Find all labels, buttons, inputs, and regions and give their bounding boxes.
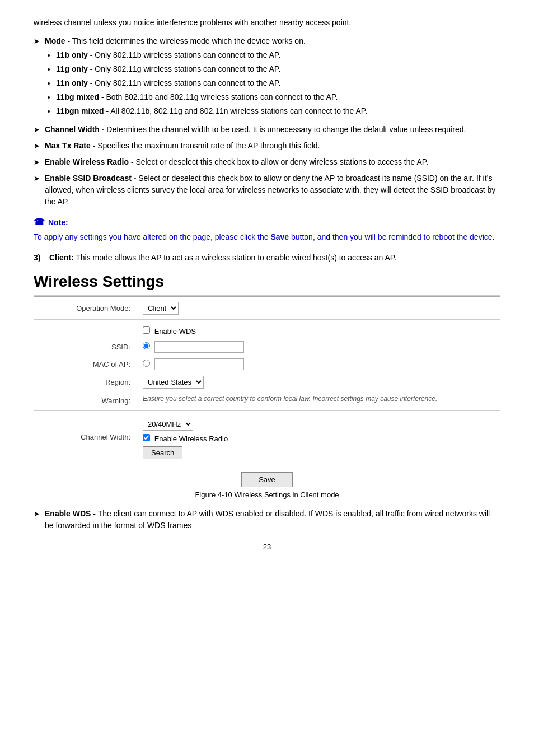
mac-of-ap-label: MAC of AP: [35, 356, 136, 372]
mode-desc: This field determines the wireless mode … [72, 36, 306, 45]
mode-11bg: 11bg mixed - Both 802.11b and 802.11g wi… [56, 91, 500, 103]
warning-label: Warning: [35, 392, 136, 409]
enable-wds-label[interactable]: Enable WDS [143, 327, 196, 335]
arrow-icon-6: ➤ [34, 508, 45, 520]
arrow-icon: ➤ [34, 35, 45, 47]
mode-11b: 11b only - Only 802.11b wireless station… [56, 49, 500, 61]
operation-mode-value: Client [137, 298, 499, 318]
channel-width-form-value: 20/40MHz Enable Wireless Radio Search [137, 412, 499, 461]
operation-mode-select[interactable]: Client [143, 302, 179, 315]
enable-wireless-desc: Select or deselect this check box to all… [135, 157, 428, 166]
ssid-radio[interactable] [143, 342, 150, 349]
arrow-icon-3: ➤ [34, 140, 45, 152]
enable-wds-checkbox[interactable] [143, 326, 150, 334]
region-label: Region: [35, 374, 136, 391]
note-title: ☎ Note: [34, 217, 500, 227]
mode-item: ➤ Mode - This field determines the wirel… [34, 35, 500, 119]
max-tx-label: Max Tx Rate - [45, 141, 95, 150]
channel-section-table: Channel Width: 20/40MHz Enable Wireless … [34, 411, 500, 463]
region-value: United States [137, 374, 499, 391]
enable-ssid-content: Enable SSID Broadcast - Select or desele… [45, 172, 500, 208]
enable-ssid-label: Enable SSID Broadcast - [45, 174, 136, 183]
channel-width-form-label: Channel Width: [35, 412, 136, 461]
enable-wireless-item: ➤ Enable Wireless Radio - Select or dese… [34, 156, 500, 168]
channel-width-content: Channel Width - Determines the channel w… [45, 124, 500, 136]
channel-select-row: 20/40MHz [143, 418, 493, 431]
note-section: ☎ Note: To apply any settings you have a… [34, 217, 500, 243]
enable-ssid-item: ➤ Enable SSID Broadcast - Select or dese… [34, 172, 500, 208]
ssid-radio-label[interactable] [143, 343, 154, 351]
enable-wds-row: Enable WDS [137, 321, 499, 338]
operation-mode-row: Operation Mode: Client [34, 297, 500, 320]
enable-wds-content: Enable WDS - The client can connect to A… [45, 508, 500, 531]
mode-label: Mode - [45, 36, 70, 45]
wireless-settings-form: Operation Mode: Client Enable WDS [34, 296, 500, 463]
mode-11g: 11g only - Only 802.11g wireless station… [56, 63, 500, 75]
enable-wds-section-label: Enable WDS - [45, 509, 96, 518]
enable-wireless-radio-label[interactable]: Enable Wireless Radio [143, 435, 228, 443]
arrow-icon-4: ➤ [34, 156, 45, 168]
mac-of-ap-value [137, 356, 499, 372]
mac-radio[interactable] [143, 360, 150, 367]
save-area: Save [34, 472, 500, 487]
max-tx-content: Max Tx Rate - Specifies the maximum tran… [45, 140, 500, 152]
client-desc: This mode allows the AP to act as a wire… [76, 253, 396, 262]
enable-wireless-content: Enable Wireless Radio - Select or desele… [45, 156, 500, 168]
arrow-icon-5: ➤ [34, 172, 45, 184]
channel-area: 20/40MHz Enable Wireless Radio Search [143, 418, 493, 459]
client-content: Client: This mode allows the AP to act a… [49, 252, 396, 264]
client-number: 3) [34, 252, 45, 264]
channel-width-desc: Determines the channel width to be used.… [106, 125, 466, 134]
warning-value: Ensure you select a correct country to c… [137, 392, 499, 409]
ssid-value [137, 339, 499, 355]
client-label: Client: [49, 253, 74, 262]
warning-text: Ensure you select a correct country to c… [143, 395, 437, 403]
intro-text: wireless channel unless you notice inter… [34, 17, 500, 29]
enable-wds-item: ➤ Enable WDS - The client can connect to… [34, 508, 500, 531]
save-button[interactable]: Save [241, 472, 293, 487]
figure-caption: Figure 4-10 Wireless Settings in Client … [34, 491, 500, 499]
channel-width-item: ➤ Channel Width - Determines the channel… [34, 124, 500, 136]
search-row: Search [143, 446, 493, 459]
channel-width-label: Channel Width - [45, 125, 104, 134]
mode-11n: 11n only - Only 802.11n wireless station… [56, 77, 500, 89]
page-number: 23 [34, 543, 500, 551]
mode-11bgn: 11bgn mixed - All 802.11b, 802.11g and 8… [56, 105, 500, 117]
ssid-input[interactable] [154, 341, 244, 353]
mac-radio-label[interactable] [143, 360, 154, 368]
operation-mode-label: Operation Mode: [35, 298, 136, 318]
enable-wireless-radio-checkbox[interactable] [143, 434, 150, 441]
enable-wireless-radio-row: Enable Wireless Radio [143, 434, 493, 443]
mac-input[interactable] [154, 358, 244, 370]
max-tx-desc: Specifies the maximum transmit rate of t… [97, 141, 320, 150]
arrow-icon-2: ➤ [34, 124, 45, 136]
client-item: 3) Client: This mode allows the AP to ac… [34, 252, 500, 264]
mode-content: Mode - This field determines the wireles… [45, 35, 500, 119]
enable-wireless-label: Enable Wireless Radio - [45, 157, 134, 166]
max-tx-item: ➤ Max Tx Rate - Specifies the maximum tr… [34, 140, 500, 152]
wds-section-table: Enable WDS SSID: MAC of AP: [34, 320, 500, 411]
region-select[interactable]: United States [143, 376, 204, 389]
channel-width-select[interactable]: 20/40MHz [143, 418, 193, 431]
enable-wds-section-desc: The client can connect to AP with WDS en… [45, 509, 490, 530]
search-button[interactable]: Search [143, 446, 182, 459]
mode-sub-list: 11b only - Only 802.11b wireless station… [45, 49, 500, 117]
ssid-label: SSID: [35, 339, 136, 355]
note-text: To apply any settings you have altered o… [34, 231, 500, 243]
wireless-settings-title: Wireless Settings [34, 273, 500, 296]
note-phone-icon: ☎ [34, 217, 45, 227]
